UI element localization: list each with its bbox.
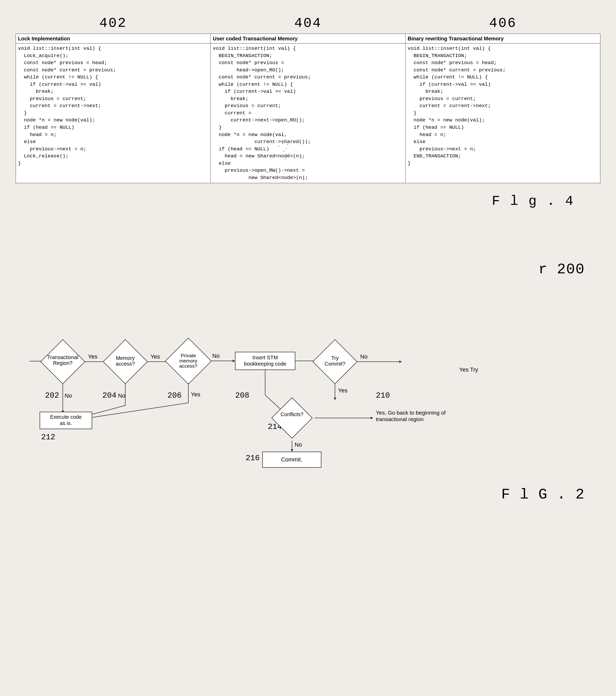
arrow-no-transactional: No: [65, 392, 72, 399]
node-label-210: 210: [376, 391, 390, 400]
insert-stm-label: Insert STM: [253, 355, 278, 360]
arrow-yes-private: Yes: [191, 391, 200, 398]
insert-stm-label2: bookkeeping code: [244, 361, 286, 367]
code-table-binary-body: void list::insert(int val) { BEGIN_TRANS…: [406, 44, 600, 169]
fig4-number-404: 404: [294, 16, 322, 31]
arrow-no-1: No: [212, 352, 220, 359]
code-table-lock-body: void list::insert(int val) { Lock_acquir…: [16, 44, 210, 169]
fig4-number-402: 402: [99, 16, 127, 31]
yes-go-back-label: Yes, Go back to beginning of: [376, 410, 445, 416]
svg-point-7: [287, 144, 288, 145]
try-commit-label2: Commit?: [324, 361, 345, 367]
svg-marker-44: [371, 417, 373, 419]
flowchart-svg: 202 204 206 208 210 212 214 216 Transact…: [22, 283, 595, 471]
arrow-yes-1: Yes: [88, 353, 97, 360]
arrow-no-memory: No: [118, 392, 125, 399]
node-label-206: 206: [167, 391, 181, 400]
node-label-208: 208: [235, 391, 249, 400]
node-label-216: 216: [246, 454, 260, 462]
fig2-section: r 200 202 204 206 208 210 212 214 216: [11, 261, 605, 503]
arrow-yes-try: Yes: [338, 387, 347, 394]
scatter-dots: [247, 130, 326, 183]
node-label-204: 204: [102, 391, 116, 400]
private-memory-label: Private: [180, 353, 196, 358]
fig4-label: F l g . 4: [11, 194, 574, 209]
page: 402 404 406 Lock Implementation void lis…: [0, 0, 616, 696]
svg-point-0: [278, 145, 279, 146]
try-commit-label: Try: [331, 355, 338, 361]
arrow-no-try: No: [360, 353, 368, 360]
code-table-lock: Lock Implementation void list::insert(in…: [16, 34, 211, 183]
yes-try-label: Yes Try: [459, 366, 478, 373]
arrow-yes-2: Yes: [150, 353, 160, 360]
fig4-number-406: 406: [489, 16, 517, 31]
memory-access-label2: access?: [116, 361, 135, 367]
svg-point-2: [281, 156, 282, 157]
node-label-212: 212: [41, 433, 55, 442]
yes-go-back-label2: transactional region: [376, 416, 423, 422]
conflicts-label: Conflicts?: [280, 411, 304, 417]
fig4-numbers: 402 404 406: [11, 16, 605, 31]
code-table-binary: Binary rewriting Transactional Memory vo…: [406, 34, 600, 183]
svg-marker-24: [399, 360, 402, 363]
svg-marker-41: [291, 449, 293, 452]
code-table-user-header: User coded Transactional Memory: [211, 34, 405, 44]
execute-code-label: Execute code: [50, 414, 82, 420]
commit-label: Commit.: [281, 456, 303, 463]
memory-access-label: Memory: [116, 355, 134, 361]
arrow-no-conflicts: No: [295, 441, 302, 448]
svg-rect-39: [272, 398, 312, 439]
code-table-lock-header: Lock Implementation: [16, 34, 210, 44]
code-table-binary-header: Binary rewriting Transactional Memory: [406, 34, 600, 44]
execute-code-label2: as is.: [60, 420, 72, 426]
transactional-region-label2: Region?: [53, 360, 72, 366]
private-memory-label3: access?: [179, 363, 197, 369]
svg-point-5: [285, 158, 286, 159]
transactional-region-label: Transactional: [47, 354, 78, 360]
fig2-number-top: r 200: [11, 261, 585, 278]
svg-line-37: [265, 395, 282, 411]
svg-point-4: [289, 153, 290, 154]
svg-point-3: [286, 148, 287, 149]
svg-line-33: [76, 403, 188, 420]
private-memory-label2: memory: [179, 358, 197, 364]
node-label-202: 202: [45, 391, 59, 400]
fig2-label: F l G . 2: [11, 486, 585, 503]
svg-point-6: [282, 143, 283, 144]
svg-marker-26: [334, 398, 336, 400]
svg-point-1: [283, 151, 285, 152]
svg-marker-18: [232, 360, 235, 362]
